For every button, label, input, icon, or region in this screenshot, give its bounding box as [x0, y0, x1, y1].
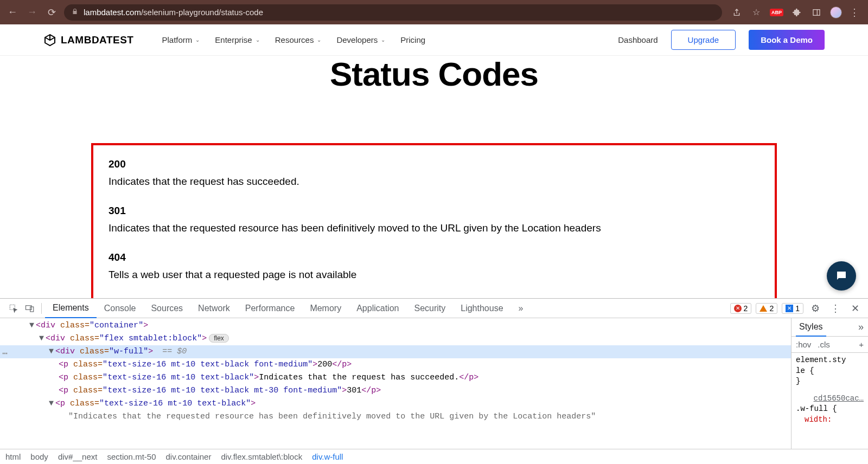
- nav-menu: Platform⌄ Enterprise⌄ Resources⌄ Develop…: [162, 35, 425, 44]
- svg-rect-4: [30, 307, 34, 312]
- new-rule-icon[interactable]: +: [859, 340, 864, 349]
- rule-selector: element.sty le {: [796, 355, 864, 376]
- status-description: Indicates that the requested resource ha…: [108, 222, 760, 234]
- dom-line[interactable]: ▼<div class="container">: [0, 319, 791, 332]
- browser-chrome: ← → ⟳ lambdatest.com/selenium-playground…: [0, 0, 868, 24]
- dom-line[interactable]: ▼<div class="flex smtablet:block">flex: [0, 332, 791, 345]
- warnings-badge[interactable]: 2: [756, 303, 777, 314]
- dom-line[interactable]: <p class="text-size-16 mt-10 text-black"…: [0, 371, 791, 384]
- site-header: LAMBDATEST Platform⌄ Enterprise⌄ Resourc…: [0, 24, 868, 56]
- styles-tab[interactable]: Styles: [796, 318, 826, 337]
- status-code: 301: [108, 205, 760, 217]
- share-icon[interactable]: [731, 8, 743, 17]
- status-block-404: 404 Tells a web user that a requested pa…: [108, 252, 760, 281]
- reload-button[interactable]: ⟳: [44, 7, 59, 18]
- page-title: Status Codes: [0, 56, 868, 93]
- settings-icon[interactable]: ⚙: [808, 302, 823, 314]
- rule-source-link[interactable]: cd15650cac…: [796, 394, 864, 404]
- chrome-right-controls: ☆ ABP ⋮: [727, 7, 863, 18]
- dom-line[interactable]: ▼<p class="text-size-16 mt-10 text-black…: [0, 397, 791, 410]
- main-content: Status Codes 200 Indicates that the requ…: [0, 56, 868, 298]
- svg-rect-0: [813, 9, 820, 15]
- tab-lighthouse[interactable]: Lighthouse: [453, 299, 510, 318]
- side-panel-icon[interactable]: [810, 8, 822, 17]
- errors-badge[interactable]: ✕2: [730, 303, 752, 314]
- dom-line[interactable]: <p class="text-size-16 mt-10 text-black …: [0, 384, 791, 397]
- tab-console[interactable]: Console: [97, 299, 144, 318]
- tab-application[interactable]: Application: [349, 299, 406, 318]
- devtools-panel: Elements Console Sources Network Perform…: [0, 298, 868, 464]
- dashboard-link[interactable]: Dashboard: [618, 35, 658, 44]
- devtools-tabs: Elements Console Sources Network Perform…: [0, 299, 868, 318]
- logo[interactable]: LAMBDATEST: [43, 34, 133, 47]
- chevron-down-icon: ⌄: [195, 37, 200, 43]
- breadcrumb-item-active[interactable]: div.w-full: [312, 452, 343, 461]
- styles-pane: Styles » :hov .cls + element.sty le { } …: [791, 318, 868, 449]
- devtools-menu-icon[interactable]: ⋮: [827, 302, 844, 314]
- issues-badge[interactable]: ✕1: [782, 303, 803, 314]
- styles-pane-tabs: Styles »: [792, 318, 868, 337]
- chat-bubble-button[interactable]: [827, 261, 856, 291]
- devtools-status: ✕2 2 ✕1 ⚙ ⋮ ✕: [730, 302, 863, 314]
- hov-toggle[interactable]: :hov: [796, 340, 811, 349]
- logo-text: LAMBDATEST: [61, 34, 133, 46]
- nav-resources[interactable]: Resources⌄: [275, 35, 322, 44]
- forward-button[interactable]: →: [25, 7, 39, 18]
- dom-line[interactable]: "Indicates that the requested resource h…: [0, 410, 791, 423]
- breadcrumb-item[interactable]: section.mt-50: [107, 452, 156, 461]
- devtools-body: ⋯ ▼<div class="container"> ▼<div class="…: [0, 318, 868, 449]
- nav-platform[interactable]: Platform⌄: [162, 35, 200, 44]
- logo-icon: [43, 34, 56, 47]
- url-text: lambdatest.com/selenium-playground/statu…: [84, 8, 263, 17]
- device-toolbar-icon[interactable]: [22, 304, 38, 313]
- chevron-down-icon: ⌄: [256, 37, 260, 43]
- upgrade-button[interactable]: Upgrade: [671, 30, 736, 50]
- inspect-icon[interactable]: [5, 304, 22, 313]
- styles-overflow-icon[interactable]: »: [858, 321, 864, 333]
- styles-rules[interactable]: element.sty le { } cd15650cac… .w-full {…: [792, 353, 868, 428]
- book-demo-button[interactable]: Book a Demo: [749, 30, 825, 50]
- breadcrumb-item[interactable]: html: [5, 452, 21, 461]
- svg-rect-3: [26, 305, 32, 310]
- dom-line-selected[interactable]: ▼<div class="w-full"> == $0: [0, 345, 791, 358]
- close-devtools-icon[interactable]: ✕: [848, 302, 863, 314]
- tab-sources[interactable]: Sources: [143, 299, 190, 318]
- cls-toggle[interactable]: .cls: [818, 340, 830, 349]
- nav-pricing[interactable]: Pricing: [400, 35, 425, 44]
- chevron-down-icon: ⌄: [381, 37, 385, 43]
- dom-line[interactable]: <p class="text-size-16 mt-10 text-black …: [0, 358, 791, 371]
- rule-property: width:: [805, 415, 832, 424]
- tab-security[interactable]: Security: [406, 299, 453, 318]
- bookmark-icon[interactable]: ☆: [750, 7, 762, 17]
- status-codes-box: 200 Indicates that the request has succe…: [91, 143, 777, 298]
- ellipsis-icon[interactable]: ⋯: [2, 347, 8, 362]
- tabs-overflow-icon[interactable]: »: [511, 299, 531, 318]
- status-block-200: 200 Indicates that the request has succe…: [108, 158, 760, 188]
- back-button[interactable]: ←: [5, 7, 20, 18]
- status-code: 404: [108, 252, 760, 263]
- status-code: 200: [108, 158, 760, 170]
- dom-tree[interactable]: ⋯ ▼<div class="container"> ▼<div class="…: [0, 318, 791, 449]
- profile-avatar[interactable]: [830, 7, 842, 18]
- address-bar[interactable]: lambdatest.com/selenium-playground/statu…: [64, 4, 722, 21]
- browser-menu-icon[interactable]: ⋮: [850, 7, 859, 18]
- lock-icon: [72, 8, 78, 16]
- breadcrumb-item[interactable]: div#__next: [58, 452, 98, 461]
- chat-icon: [835, 269, 848, 282]
- nav-developers[interactable]: Developers⌄: [336, 35, 385, 44]
- breadcrumb-item[interactable]: div.flex.smtablet\:block: [221, 452, 302, 461]
- breadcrumb-item[interactable]: div.container: [165, 452, 211, 461]
- header-right: Dashboard Upgrade Book a Demo: [618, 30, 825, 50]
- chevron-down-icon: ⌄: [317, 37, 321, 43]
- abp-extension-icon[interactable]: ABP: [770, 9, 783, 16]
- divider: [41, 303, 42, 314]
- tab-network[interactable]: Network: [190, 299, 238, 318]
- rule-close: }: [796, 376, 864, 387]
- nav-enterprise[interactable]: Enterprise⌄: [215, 35, 259, 44]
- breadcrumb-item[interactable]: body: [30, 452, 48, 461]
- tab-memory[interactable]: Memory: [302, 299, 349, 318]
- extensions-icon[interactable]: [791, 8, 803, 17]
- devtools-breadcrumb: html body div#__next section.mt-50 div.c…: [0, 449, 868, 464]
- tab-performance[interactable]: Performance: [238, 299, 303, 318]
- tab-elements[interactable]: Elements: [45, 299, 97, 318]
